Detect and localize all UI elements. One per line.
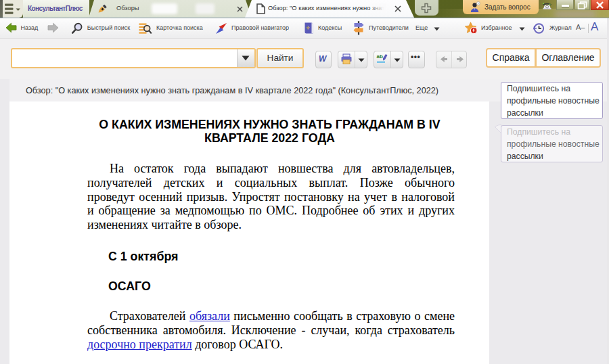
svg-text:⚜: ⚜ [306,25,311,31]
svg-text:ab: ab [377,53,383,60]
